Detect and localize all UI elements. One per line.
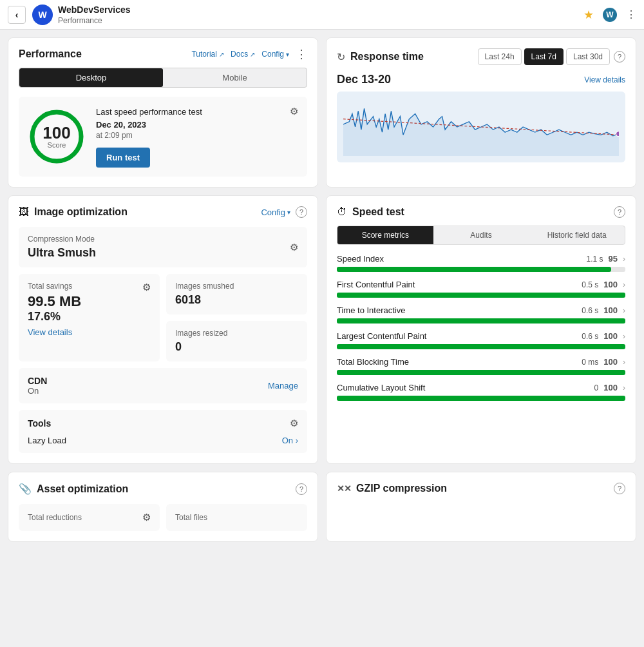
perf-nav: Tutorial ↗ Docs ↗ Config ▾ ⋮	[191, 48, 307, 60]
back-button[interactable]: ‹	[8, 6, 26, 24]
right-stats: Images smushed 6018 Images resized 0	[166, 274, 307, 362]
tab-audits[interactable]: Audits	[433, 226, 529, 244]
tab-score-metrics[interactable]: Score metrics	[337, 226, 433, 244]
metric-row: Total Blocking Time 0 ms 100 ›	[337, 357, 625, 375]
refresh-icon: ↻	[337, 51, 345, 63]
cdn-info: CDN On	[28, 376, 47, 396]
compression-gear-icon[interactable]: ⚙	[290, 242, 298, 253]
avatar: W	[32, 5, 53, 25]
metric-score: 95	[609, 254, 618, 264]
metric-score: 100	[603, 357, 618, 367]
speed-title: Speed test	[352, 206, 404, 218]
site-info: WebDevServices Performance	[58, 4, 583, 24]
config-dropdown[interactable]: Config ▾	[261, 50, 289, 59]
metric-chevron-icon[interactable]: ›	[623, 255, 625, 264]
images-resized-box: Images resized 0	[166, 321, 307, 362]
rt-tab-30d[interactable]: Last 30d	[566, 48, 610, 65]
image-help-icon[interactable]: ?	[296, 206, 307, 218]
help-icon[interactable]: ?	[614, 51, 625, 63]
run-test-button[interactable]: Run test	[96, 148, 150, 168]
image-icon: 🖼	[19, 206, 29, 218]
mobile-toggle[interactable]: Mobile	[163, 68, 307, 87]
total-files-label: Total files	[175, 513, 207, 522]
external-link-icon: ↗	[219, 51, 224, 58]
image-config-btn[interactable]: Config ▾	[261, 208, 290, 217]
more-menu-icon[interactable]: ⋮	[626, 8, 636, 21]
site-name: WebDevServices	[58, 4, 583, 15]
metric-time: 0 ms	[582, 358, 598, 367]
metric-bar	[337, 370, 625, 375]
tools-gear-icon[interactable]: ⚙	[290, 418, 298, 429]
lazy-load-status[interactable]: On ›	[282, 436, 298, 445]
images-smushed-box: Images smushed 6018	[166, 274, 307, 314]
metric-time: 0.5 s	[582, 280, 598, 289]
tutorial-link[interactable]: Tutorial ↗	[191, 50, 224, 59]
desktop-toggle[interactable]: Desktop	[19, 68, 163, 87]
back-icon: ‹	[15, 10, 19, 20]
gear-icon[interactable]: ⚙	[290, 106, 298, 117]
metric-time: 0	[594, 383, 599, 392]
site-subtitle: Performance	[58, 16, 583, 25]
metric-chevron-icon[interactable]: ›	[623, 383, 625, 392]
asset-help-icon[interactable]: ?	[296, 483, 307, 495]
gzip-card: ✕✕ GZIP compression ?	[326, 472, 636, 542]
tools-title: Tools	[28, 418, 51, 429]
metric-score: 100	[603, 305, 618, 315]
metric-label: Largest Contentful Paint	[337, 331, 426, 341]
test-date: Dec 20, 2023	[96, 120, 298, 130]
score-info: Last speed performance test ⚙ Dec 20, 20…	[96, 106, 298, 168]
speed-tabs: Score metrics Audits Historic field data	[337, 226, 625, 245]
metric-score: 100	[603, 280, 618, 289]
metric-label: Speed Index	[337, 254, 384, 264]
metric-chevron-icon[interactable]: ›	[623, 280, 625, 289]
rt-tab-7d[interactable]: Last 7d	[524, 48, 564, 65]
metrics-list: Speed Index 1.1 s 95 › First Contentful …	[337, 254, 625, 401]
last-test-label: Last speed performance test ⚙	[96, 106, 298, 117]
image-opt-actions: Config ▾ ?	[261, 206, 307, 218]
total-savings-pct: 17.6%	[28, 310, 151, 324]
metric-bar	[337, 293, 625, 298]
total-reductions-box: Total reductions ⚙	[19, 504, 160, 531]
rt-tabs: Last 24h Last 7d Last 30d	[478, 48, 610, 65]
metric-bar	[337, 267, 611, 272]
cdn-manage-link[interactable]: Manage	[268, 381, 298, 391]
wp-icon[interactable]: W	[603, 8, 617, 22]
reductions-gear-icon[interactable]: ⚙	[142, 512, 151, 523]
metric-score: 100	[603, 383, 618, 392]
gzip-icon: ✕✕	[337, 483, 351, 494]
metric-chevron-icon[interactable]: ›	[623, 306, 625, 315]
response-time-chart	[337, 92, 625, 162]
tab-historic[interactable]: Historic field data	[529, 226, 625, 244]
metric-time: 0.6 s	[582, 306, 598, 315]
speed-title-row: ⏱ Speed test	[337, 206, 404, 218]
rt-title: Response time	[350, 51, 424, 63]
gzip-header: ✕✕ GZIP compression ?	[337, 483, 625, 494]
compression-box: Compression Mode Ultra Smush ⚙	[19, 227, 307, 267]
star-icon[interactable]: ★	[583, 8, 594, 22]
metric-chevron-icon[interactable]: ›	[623, 332, 625, 341]
images-smushed-label: Images smushed	[175, 282, 298, 291]
rt-title-row: ↻ Response time	[337, 51, 424, 63]
metric-row: Time to Interactive 0.6 s 100 ›	[337, 305, 625, 324]
total-savings-mb: 99.5 MB	[28, 293, 151, 310]
view-details-link[interactable]: View details	[28, 327, 151, 337]
main-content: Performance Tutorial ↗ Docs ↗ Config ▾ ⋮…	[0, 30, 644, 550]
gzip-help-icon[interactable]: ?	[614, 483, 625, 494]
docs-link[interactable]: Docs ↗	[231, 50, 255, 59]
images-resized-value: 0	[175, 340, 298, 354]
savings-gear-icon[interactable]: ⚙	[142, 282, 151, 293]
stats-row: Total savings ⚙ 99.5 MB 17.6% View detai…	[19, 274, 307, 362]
lazy-load-label: Lazy Load	[28, 436, 66, 445]
cdn-label: CDN	[28, 376, 47, 386]
more-options-button[interactable]: ⋮	[296, 48, 307, 60]
metric-chevron-icon[interactable]: ›	[623, 358, 625, 367]
view-details-link[interactable]: View details	[584, 75, 625, 84]
rt-tab-24h[interactable]: Last 24h	[478, 48, 522, 65]
metric-bar	[337, 344, 625, 349]
metric-label: Time to Interactive	[337, 305, 405, 315]
metric-row: Cumulative Layout Shift 0 100 ›	[337, 383, 625, 401]
metric-label: Total Blocking Time	[337, 357, 409, 367]
performance-card: Performance Tutorial ↗ Docs ↗ Config ▾ ⋮…	[8, 37, 318, 188]
speed-help-icon[interactable]: ?	[614, 206, 625, 218]
gzip-title: GZIP compression	[356, 483, 447, 494]
